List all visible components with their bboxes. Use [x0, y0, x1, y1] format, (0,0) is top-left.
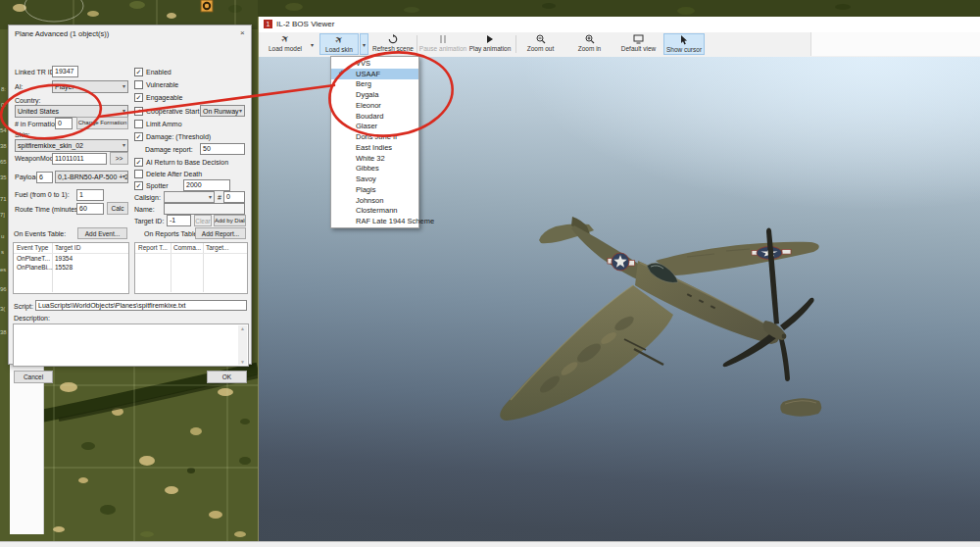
cursor-icon	[680, 35, 688, 45]
menu-item[interactable]: Berg	[331, 79, 418, 90]
fuel-label: Fuel (from 0 to 1):	[15, 191, 70, 198]
table-cell: OnPlaneT...	[17, 255, 50, 262]
ok-button[interactable]: OK	[207, 371, 247, 383]
route-time-input[interactable]: 60	[76, 203, 104, 215]
cooperative-start-checkbox[interactable]: ✓Cooperative Start	[134, 107, 199, 116]
checkbox[interactable]	[134, 170, 143, 178]
menu-item[interactable]: Johnson	[331, 195, 418, 206]
menu-item[interactable]: Boudard	[331, 111, 418, 122]
add-event-button[interactable]: Add Event...	[77, 227, 127, 239]
script-input[interactable]: LuaScripts\WorldObjects\Planes\spitfirem…	[35, 300, 247, 311]
viewer-toolbar: ✈ Load model ▾ ✈ Load skin ▾ Refresh sce…	[259, 32, 980, 58]
description-textarea[interactable]: ▲▼	[13, 323, 249, 367]
waypoint-icon[interactable]	[201, 0, 213, 12]
damage-threshold-checkbox[interactable]: ✓Damage: (Threshold)	[134, 132, 211, 141]
fuel-input[interactable]: 1	[76, 189, 104, 201]
menu-item[interactable]: Plagis	[331, 184, 418, 195]
refresh-scene-button[interactable]: Refresh scene	[371, 33, 415, 55]
scroll-down-icon[interactable]: ▼	[240, 359, 245, 365]
clear-button[interactable]: Clear	[194, 215, 212, 226]
pause-animation-button[interactable]: Pause animation	[419, 33, 466, 55]
enabled-checkbox[interactable]: ✓Enabled	[134, 68, 172, 76]
spotter-checkbox[interactable]: ✓Spotter	[134, 181, 169, 190]
load-model-button[interactable]: ✈ Load model	[263, 33, 308, 55]
load-skin-button[interactable]: ✈ Load skin	[319, 33, 359, 55]
events-table[interactable]: Event Type Target ID OnPlaneT... 19354 O…	[13, 242, 129, 294]
reports-table-label: On Reports Table:	[144, 230, 199, 237]
menu-item[interactable]: Doris June II	[331, 131, 418, 142]
menu-item[interactable]: Clostermann	[331, 206, 418, 217]
payload-input[interactable]: 6	[36, 172, 53, 183]
menu-item-selected[interactable]: ✓USAAF	[331, 69, 418, 79]
callsign-select[interactable]	[164, 191, 215, 203]
show-cursor-button[interactable]: Show cursor	[663, 33, 705, 55]
skin-label: Skin:	[15, 131, 30, 138]
checkbox[interactable]: ✓	[134, 181, 143, 190]
vulnerable-checkbox[interactable]: Vulnerable	[134, 80, 178, 89]
skin-select[interactable]: spitfiremkixe_skin_02	[15, 139, 128, 152]
play-animation-button[interactable]: Play animation	[466, 33, 514, 55]
checkbox[interactable]: ✓	[134, 68, 143, 76]
callsign-number-input[interactable]: 0	[223, 191, 245, 203]
description-label: Description:	[14, 315, 50, 322]
change-formation-button[interactable]: Change Formation	[76, 117, 128, 129]
menu-item[interactable]: VVS	[331, 58, 418, 69]
checkbox[interactable]	[134, 120, 143, 128]
load-skin-menu: VVS ✓USAAF Berg Dygala Eleonor Boudard G…	[330, 56, 419, 228]
delete-after-death-checkbox[interactable]: Delete After Death	[134, 170, 202, 178]
calc-button[interactable]: Calc	[107, 202, 128, 215]
plane-icon: ✈	[333, 33, 346, 46]
checkbox[interactable]: ✓	[134, 132, 143, 141]
zoom-out-button[interactable]: Zoom out	[518, 33, 563, 55]
menu-item[interactable]: Gibbes	[331, 164, 418, 174]
zoom-in-button[interactable]: Zoom in	[567, 33, 612, 55]
damage-report-label: Damage report:	[145, 146, 193, 153]
menu-item[interactable]: Eleonor	[331, 100, 418, 111]
linked-tr-id-input[interactable]: 19347	[52, 66, 78, 77]
script-label: Script:	[14, 303, 33, 310]
menu-item[interactable]: Glaser	[331, 122, 418, 132]
target-id-input[interactable]: -1	[167, 215, 191, 226]
app-icon: 1	[264, 20, 272, 28]
menu-item[interactable]: East Indies	[331, 142, 418, 153]
weaponmods-input[interactable]: 11011011	[52, 153, 107, 165]
menu-item[interactable]: White 32	[331, 153, 418, 164]
weaponmods-expand-button[interactable]: >>	[110, 152, 128, 165]
formation-label: # in Formation:	[15, 121, 61, 127]
target-id-label: Target ID:	[134, 218, 164, 224]
add-by-dialog-button[interactable]: Add by Dialog	[214, 215, 246, 226]
close-icon[interactable]: ×	[240, 28, 245, 37]
formation-input[interactable]: 0	[55, 118, 73, 129]
name-input[interactable]	[164, 203, 245, 215]
scroll-up-icon[interactable]: ▲	[240, 325, 245, 331]
ai-return-checkbox[interactable]: ✓AI Return to Base Decision	[134, 158, 228, 167]
cooperative-start-select[interactable]: On Runway	[200, 105, 245, 117]
monitor-icon	[633, 34, 644, 44]
ai-label: AI:	[15, 83, 24, 90]
menu-item[interactable]: Dygala	[331, 89, 418, 100]
default-view-button[interactable]: Default view	[616, 33, 661, 55]
cancel-button[interactable]: Cancel	[14, 371, 53, 383]
scrollbar[interactable]: ▲▼	[238, 325, 247, 365]
damage-report-input[interactable]: 50	[200, 143, 245, 155]
reports-table[interactable]: Report T... Comma... Target...	[134, 242, 248, 294]
country-label: Country:	[15, 97, 40, 104]
checkbox[interactable]	[134, 80, 143, 89]
name-label: Name:	[134, 206, 155, 213]
load-model-dropdown-arrow[interactable]: ▾	[308, 33, 317, 55]
checkbox[interactable]: ✓	[134, 93, 143, 102]
add-report-button[interactable]: Add Report...	[195, 227, 246, 239]
checkbox[interactable]: ✓	[134, 158, 143, 167]
limit-ammo-checkbox[interactable]: Limit Ammo	[134, 120, 182, 128]
ai-select[interactable]: Player	[52, 80, 128, 93]
window-title: IL-2 BOS Viewer	[276, 20, 334, 28]
spotter-input[interactable]: 2000	[183, 179, 230, 191]
menu-item[interactable]: RAF Late 1944 Scheme	[331, 216, 418, 226]
load-skin-dropdown-arrow[interactable]: ▾	[360, 33, 368, 55]
viewer-title-bar[interactable]: 1 IL-2 BOS Viewer	[259, 17, 980, 33]
engageable-checkbox[interactable]: ✓Engageable	[134, 93, 182, 102]
callsign-label: Callsign:	[134, 194, 161, 201]
menu-item[interactable]: Savoy	[331, 174, 418, 184]
checkbox[interactable]: ✓	[134, 107, 143, 116]
payload-select[interactable]: 0,1-BRN50-AP-500 + 2,	[55, 171, 128, 183]
